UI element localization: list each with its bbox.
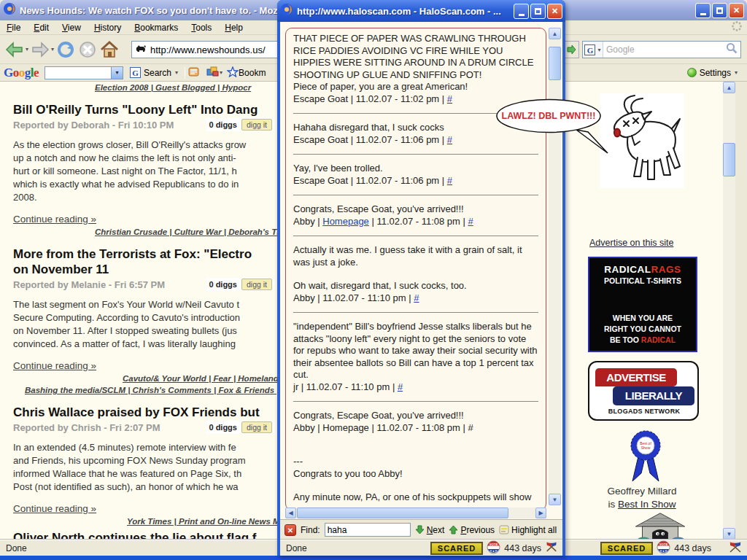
popup-statusbar: Done SCARED VOTE 443 days [280,540,562,556]
back-button[interactable]: ▾ [4,41,28,58]
radical-rags-ad[interactable]: RADICALRAGS POLITICAL T-SHIRTS WHEN YOU … [588,257,697,352]
comment: THAT PIECE OF PAPER WAS CRAWLING THROUGH… [293,33,538,105]
digg-it-button[interactable]: digg it [241,421,272,433]
scared-badge: SCARED [430,542,483,555]
bookmarks-label[interactable]: Bookm [239,68,266,78]
stop-button[interactable] [77,40,98,59]
scroll-up-icon[interactable]: ▲ [549,28,561,39]
menu-view[interactable]: View [55,21,88,34]
scroll-thumb[interactable] [723,143,735,176]
find-next-button[interactable]: Next [415,525,445,535]
find-close-icon[interactable]: ✕ [285,524,296,536]
main-scrollbar[interactable]: ▲ ▼ [723,82,735,540]
search-input[interactable] [603,44,726,55]
scroll-thumb[interactable] [549,47,561,80]
post-tag-links[interactable]: Cavuto/& Your World | Fear | Homeland [0,374,277,383]
scroll-left-icon[interactable]: ◀ [285,508,296,518]
close-button[interactable]: ✕ [729,3,744,18]
digg-count: 0 diggs [209,120,237,129]
vote-button-icon: VOTE [487,540,500,556]
search-engine-dropdown[interactable]: G▾ [583,42,603,58]
bookmark-star-icon[interactable] [227,66,239,79]
forward-button[interactable]: ▾ [30,41,54,58]
post-title: Chris Wallace praised by FOX Friends but [0,405,277,420]
menu-file[interactable]: File [0,21,27,34]
comment-signature: Abby | 11.02.07 - 11:10 pm | # [293,292,538,305]
comment-link[interactable]: # [414,292,419,303]
post-byline: Reported by Melanie - Fri 6:57 PM [13,279,165,290]
menu-bookmarks[interactable]: Bookmarks [128,21,185,34]
menu-edit[interactable]: Edit [27,21,55,34]
comment: Actually it was me. I guess take it with… [293,236,538,304]
window-bottom-border [0,556,747,560]
svg-text:VOTE: VOTE [489,542,498,546]
home-button[interactable] [99,40,120,59]
scroll-down-icon[interactable]: ▼ [723,528,735,540]
popup-maximize-button[interactable] [530,4,546,19]
highlight-all-button[interactable]: Highlight all [499,525,557,535]
comment-link[interactable]: # [447,134,452,145]
find-bar: ✕ Find: Next Previous Highlight all [280,519,562,540]
advertise-link[interactable]: Advertise on this site [589,238,673,248]
post-tag-links[interactable]: Bashing the media/SCLM | Chrish's Commen… [0,386,277,394]
post-title: More from the Terrorists at Fox: "Electr… [0,246,277,262]
doghouse-image [632,512,689,540]
find-previous-button[interactable]: Previous [449,525,495,535]
popup-titlebar[interactable]: http://www.haloscan.com - HaloScan.com -… [277,0,565,22]
google-search-label: Search [144,68,171,78]
post-byline: Reported by Chrish - Fri 2:07 PM [13,422,160,433]
advertise-liberally-ad[interactable]: ADVERTISE LIBERALLY BLOGADS NETWORK [588,361,699,421]
blog-post: Chris Wallace praised by FOX Friends but… [0,405,277,514]
magnifier-icon[interactable] [726,42,738,57]
comment-link[interactable]: # [447,93,452,104]
menu-items: FileEditViewHistoryBookmarksToolsHelp [0,21,249,34]
digg-it-button[interactable]: digg it [241,279,272,290]
popup-content: THAT PIECE OF PAPER WAS CRAWLING THROUGH… [280,22,562,519]
comment-link[interactable]: # [447,175,452,186]
search-bar[interactable]: G▾ [582,41,741,58]
continue-reading-link[interactable]: Continue reading » [13,503,96,514]
restore-button[interactable] [712,3,727,18]
days-counter: 443 days [674,543,711,553]
menu-history[interactable]: History [88,21,128,34]
post-body: The last segment on Fox's Your World w/N… [0,298,277,351]
google-search-combo[interactable]: ▾ [44,66,123,79]
pagerank-orb-icon [687,68,697,77]
minimize-button[interactable] [695,3,711,18]
comment-signature: Escape Goat | 11.02.07 - 11:06 pm | # [293,175,538,187]
clipped-post-title: Oliver North continues the lie about fla… [13,531,283,540]
google-search-button[interactable]: G Search ▾ [126,66,182,79]
settings-menu[interactable]: Settings [700,68,731,78]
popup-minimize-button[interactable] [514,4,529,19]
scroll-thumb[interactable] [297,508,508,518]
post-body: In an extended (4.5 minutes) remote inte… [0,441,277,494]
popup-hscrollbar[interactable]: ◀ ▶ [285,508,546,518]
continue-reading-link[interactable]: Continue reading » [13,360,96,371]
svg-text:Best of: Best of [640,441,651,446]
best-in-show-link[interactable]: Best In Show [618,499,676,510]
crossed-flags-icon [545,541,558,555]
reload-button[interactable] [55,40,76,59]
scroll-up-icon[interactable]: ▲ [723,82,735,93]
news-icon[interactable] [188,66,201,79]
post-body: As the election grows closer, Bill O'Rei… [0,139,277,204]
digg-it-button[interactable]: digg it [241,119,272,131]
menu-tools[interactable]: Tools [185,21,218,34]
continue-reading-link[interactable]: Continue reading » [13,214,96,225]
blue-ribbon-icon: Best of Show [627,430,664,489]
menu-help[interactable]: Help [218,21,249,34]
post-tag-links[interactable]: York Times | Print and On-line News Me [0,517,277,526]
post-tag-links[interactable]: Christian Crusade | Culture War | Debora… [0,228,277,236]
top-tag-links[interactable]: Election 2008 | Guest Blogged | Hypocr [0,83,277,92]
find-input[interactable] [325,523,411,537]
comment-link[interactable]: # [468,216,473,227]
go-button[interactable] [563,41,579,58]
scroll-right-icon[interactable]: ▶ [535,508,546,518]
comment-link[interactable]: # [398,381,403,392]
popup-close-button[interactable]: ✕ [547,4,562,19]
scroll-down-icon[interactable]: ▼ [549,494,561,505]
extension-icon[interactable] [206,66,219,79]
comment-link[interactable]: Homepage [322,216,369,227]
vote-button-icon: VOTE [657,540,670,556]
award-line: is Best In Show [569,499,715,510]
